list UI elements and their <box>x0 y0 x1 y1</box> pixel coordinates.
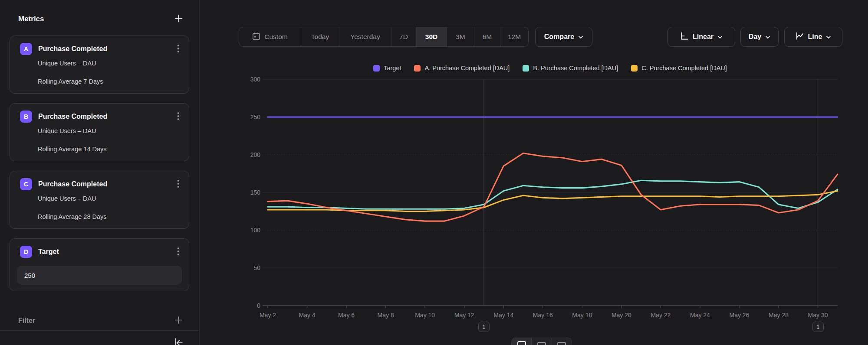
metrics-header: Metrics <box>18 13 184 25</box>
metric-letter-badge: B <box>20 111 32 123</box>
metric-rolling-average[interactable]: Rolling Average 7 Days <box>38 78 180 85</box>
range-30d-button[interactable]: 30D <box>416 27 447 46</box>
metric-card-header: CPurchase Completed <box>20 178 182 190</box>
annotation-badge[interactable]: 1 <box>812 322 824 332</box>
range-label: 3M <box>456 33 465 41</box>
kebab-menu-icon <box>177 48 179 54</box>
line-chart-icon <box>796 32 804 42</box>
metric-card-B[interactable]: BPurchase CompletedUnique Users – DAURol… <box>10 103 189 161</box>
x-axis-label: May 6 <box>338 312 355 319</box>
annotation-badge[interactable]: 1 <box>478 322 490 332</box>
range-12m-button[interactable]: 12M <box>500 27 528 46</box>
scale-select-label: Linear <box>693 33 713 41</box>
filter-section: Filter <box>18 315 184 327</box>
kebab-menu-icon <box>177 251 179 257</box>
chart-panel: CustomTodayYesterday7D30D3M6M12M Compare… <box>200 0 868 345</box>
filter-label: Filter <box>18 317 35 325</box>
x-axis-label: May 10 <box>415 312 435 319</box>
metric-card-header: APurchase Completed <box>20 43 182 55</box>
metric-measurement[interactable]: Unique Users – DAU <box>38 195 180 202</box>
interval-select-label: Day <box>749 33 761 41</box>
range-custom-button[interactable]: Custom <box>239 27 301 46</box>
metric-letter-badge: C <box>20 178 32 190</box>
chart-size-small-button[interactable] <box>552 338 572 345</box>
metric-card-menu-button[interactable] <box>174 245 182 259</box>
y-axis-label: 250 <box>250 114 261 120</box>
scale-select[interactable]: Linear <box>667 27 735 47</box>
chevron-down-icon <box>578 33 583 41</box>
x-axis-label: May 26 <box>730 312 750 319</box>
range-7d-button[interactable]: 7D <box>391 27 416 46</box>
metric-card-menu-button[interactable] <box>174 178 182 191</box>
y-axis-label: 50 <box>253 264 260 271</box>
add-filter-button[interactable] <box>174 315 184 326</box>
target-value-input[interactable]: 250 <box>17 266 182 285</box>
add-metric-button[interactable] <box>174 13 184 25</box>
chart-type-select-label: Line <box>808 33 822 41</box>
large-card-icon <box>517 341 526 345</box>
metric-card-header: DTarget <box>20 246 182 258</box>
metric-rolling-average[interactable]: Rolling Average 14 Days <box>38 146 180 153</box>
kebab-menu-icon <box>177 115 179 122</box>
chart-size-toggle <box>511 338 572 345</box>
metric-letter-badge: A <box>20 43 32 55</box>
sidebar-divider <box>0 330 199 331</box>
metric-card-title: Purchase Completed <box>38 113 174 120</box>
interval-select[interactable]: Day <box>740 27 779 47</box>
metric-card-title: Purchase Completed <box>38 180 174 188</box>
x-axis-label: May 2 <box>260 312 276 319</box>
compare-button-label: Compare <box>544 33 574 41</box>
metric-card-title: Target <box>38 248 174 256</box>
y-axis-label: 200 <box>250 151 261 158</box>
metric-card-menu-button[interactable] <box>174 110 182 124</box>
metric-card-title: Purchase Completed <box>38 45 174 53</box>
x-axis-label: May 16 <box>533 312 553 319</box>
x-axis-label: May 4 <box>299 312 315 319</box>
metrics-title: Metrics <box>18 15 44 23</box>
metric-measurement[interactable]: Unique Users – DAU <box>38 60 180 67</box>
collapse-sidebar-button[interactable] <box>172 336 185 345</box>
collapse-left-icon <box>173 337 184 345</box>
metric-rolling-average[interactable]: Rolling Average 28 Days <box>38 213 180 220</box>
chevron-down-icon <box>717 33 723 41</box>
range-label: Yesterday <box>350 33 380 41</box>
range-label: Today <box>311 33 329 41</box>
compare-button[interactable]: Compare <box>535 27 592 47</box>
range-today-button[interactable]: Today <box>301 27 339 46</box>
range-3m-button[interactable]: 3M <box>447 27 474 46</box>
chart-type-select[interactable]: Line <box>784 27 842 47</box>
range-label: 30D <box>425 33 437 41</box>
metric-card-A[interactable]: APurchase CompletedUnique Users – DAURol… <box>10 36 189 94</box>
medium-card-icon <box>537 342 546 345</box>
x-axis-label: May 28 <box>769 312 789 319</box>
x-axis-label: May 24 <box>690 312 710 319</box>
range-label: Custom <box>264 33 287 41</box>
range-label: 6M <box>483 33 492 41</box>
metric-card-header: BPurchase Completed <box>20 111 182 123</box>
calendar-icon <box>252 32 260 42</box>
chevron-down-icon <box>826 33 831 41</box>
range-yesterday-button[interactable]: Yesterday <box>339 27 391 46</box>
chart-size-large-button[interactable] <box>512 338 531 345</box>
metric-card-C[interactable]: CPurchase CompletedUnique Users – DAURol… <box>10 171 189 229</box>
chart-canvas: 050100150200250300May 2May 4May 6May 8Ma… <box>200 56 860 345</box>
linear-scale-icon <box>680 32 689 42</box>
y-axis-label: 0 <box>257 302 260 309</box>
kebab-menu-icon <box>177 183 179 189</box>
x-axis-label: May 30 <box>808 312 828 319</box>
x-axis-label: May 14 <box>493 312 513 319</box>
y-axis-label: 100 <box>250 227 261 234</box>
x-axis-label: May 22 <box>651 312 671 319</box>
metric-measurement[interactable]: Unique Users – DAU <box>38 127 180 134</box>
metric-card-D[interactable]: DTarget250 <box>10 238 189 291</box>
chart-size-medium-button[interactable] <box>531 338 551 345</box>
range-6m-button[interactable]: 6M <box>474 27 500 46</box>
small-card-icon <box>557 342 566 345</box>
x-axis-label: May 20 <box>612 312 631 319</box>
x-axis-label: May 8 <box>378 312 394 319</box>
metric-card-menu-button[interactable] <box>174 42 182 56</box>
chevron-down-icon <box>765 33 770 41</box>
plus-icon <box>174 14 183 24</box>
range-label: 7D <box>399 33 408 41</box>
y-axis-label: 300 <box>250 76 261 83</box>
